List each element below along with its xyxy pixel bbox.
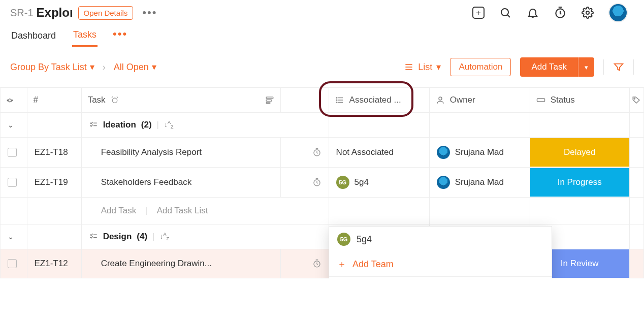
svg-rect-8 bbox=[266, 97, 273, 99]
tab-dashboard[interactable]: Dashboard bbox=[10, 25, 57, 46]
sort-icon[interactable]: ↓AZ bbox=[164, 120, 174, 130]
tag-icon[interactable] bbox=[632, 95, 641, 105]
group-name[interactable]: Ideation bbox=[103, 120, 136, 130]
row-checkbox[interactable] bbox=[8, 148, 17, 157]
dropdown-add-team[interactable]: ＋ Add Team bbox=[329, 252, 552, 276]
owner-name: Srujana Mad bbox=[455, 177, 504, 187]
add-task-button[interactable]: Add Task bbox=[520, 57, 578, 77]
svg-point-15 bbox=[336, 100, 337, 101]
dropdown-team-label: 5g4 bbox=[357, 234, 372, 245]
chevron-down-icon: ▾ bbox=[90, 61, 94, 73]
tab-tasks[interactable]: Tasks bbox=[72, 24, 98, 47]
column-header-status[interactable]: Status bbox=[530, 88, 629, 112]
row-checkbox[interactable] bbox=[8, 178, 17, 187]
column-header-associated[interactable]: Associated ... bbox=[329, 88, 429, 112]
open-details-button[interactable]: Open Details bbox=[78, 6, 134, 20]
row-checkbox[interactable] bbox=[8, 259, 17, 268]
task-id[interactable]: EZ1-T12 bbox=[27, 250, 81, 277]
search-icon[interactable] bbox=[499, 6, 512, 19]
dropdown-search-input[interactable] bbox=[329, 276, 552, 278]
column-header-status-label: Status bbox=[551, 95, 575, 105]
add-task-split-button[interactable]: ▾ bbox=[578, 57, 594, 77]
dropdown-add-team-label: Add Team bbox=[352, 259, 394, 270]
dropdown-team-item[interactable]: 5G 5g4 bbox=[329, 227, 552, 252]
group-collapse-toggle[interactable]: ⌄ bbox=[8, 121, 14, 129]
group-count: (4) bbox=[137, 232, 147, 242]
team-chip: 5G bbox=[337, 233, 350, 246]
svg-point-17 bbox=[439, 97, 442, 100]
add-task-list-inline[interactable]: Add Task List bbox=[157, 206, 208, 216]
task-id[interactable]: EZ1-T19 bbox=[27, 169, 81, 196]
svg-rect-18 bbox=[537, 99, 544, 102]
column-header-task[interactable]: Task bbox=[82, 88, 280, 112]
svg-point-7 bbox=[112, 98, 117, 103]
more-actions-icon[interactable]: ••• bbox=[142, 6, 157, 19]
column-header-owner-label: Owner bbox=[450, 95, 475, 105]
associated-cell[interactable]: Not Associated bbox=[329, 139, 429, 166]
plus-icon: ＋ bbox=[337, 258, 346, 270]
svg-rect-10 bbox=[266, 103, 270, 104]
tab-more-icon[interactable]: ••• bbox=[113, 27, 127, 44]
view-mode-dropdown[interactable]: List ▾ bbox=[404, 61, 441, 73]
status-icon bbox=[536, 97, 545, 104]
column-header-associated-label: Associated ... bbox=[349, 95, 401, 105]
timer-icon[interactable] bbox=[554, 6, 567, 19]
svg-point-0 bbox=[501, 9, 508, 16]
group-name[interactable]: Design bbox=[103, 232, 132, 242]
column-header-task-label: Task bbox=[88, 95, 106, 105]
status-cell[interactable]: Delayed bbox=[530, 138, 629, 167]
status-cell[interactable]: In Progress bbox=[530, 168, 629, 197]
svg-point-14 bbox=[336, 98, 337, 99]
associated-cell[interactable]: 5G 5g4 bbox=[329, 168, 429, 197]
scope-dropdown[interactable]: All Open ▾ bbox=[114, 61, 156, 73]
owner-cell[interactable]: Srujana Mad bbox=[430, 168, 530, 197]
user-avatar[interactable] bbox=[608, 3, 628, 22]
task-title[interactable]: Stakeholders Feedback bbox=[82, 169, 280, 196]
divider bbox=[633, 59, 634, 75]
sort-icon[interactable]: ↓AZ bbox=[160, 232, 170, 241]
task-title[interactable]: Create Engineering Drawin... bbox=[82, 250, 280, 277]
chevron-down-icon: ▾ bbox=[152, 61, 156, 73]
list-icon bbox=[335, 95, 344, 105]
task-id[interactable]: EZ1-T18 bbox=[27, 139, 81, 166]
breadcrumb-separator-icon: › bbox=[103, 62, 106, 73]
timer-icon[interactable] bbox=[312, 259, 321, 268]
gear-icon[interactable] bbox=[581, 6, 594, 19]
column-header-owner[interactable]: Owner bbox=[430, 88, 530, 112]
collapse-all-icon[interactable]: ︽︾ bbox=[7, 96, 14, 104]
add-task-inline[interactable]: Add Task bbox=[101, 206, 137, 216]
filter-icon[interactable] bbox=[613, 61, 624, 73]
owner-avatar bbox=[437, 146, 450, 159]
svg-line-1 bbox=[508, 15, 510, 18]
alarm-icon bbox=[111, 96, 119, 104]
project-key: SR-1 bbox=[10, 7, 34, 19]
timer-icon[interactable] bbox=[312, 178, 321, 187]
automation-button[interactable]: Automation bbox=[450, 58, 511, 76]
subtasks-icon[interactable] bbox=[265, 95, 274, 105]
list-view-icon bbox=[404, 62, 414, 72]
scope-label: All Open bbox=[114, 62, 149, 73]
view-mode-label: List bbox=[418, 62, 432, 73]
owner-cell[interactable]: Srujana Mad bbox=[430, 138, 530, 167]
svg-point-3 bbox=[586, 11, 589, 14]
task-list-icon bbox=[89, 232, 98, 241]
timer-icon[interactable] bbox=[312, 148, 321, 157]
person-icon bbox=[436, 95, 445, 105]
bell-icon[interactable] bbox=[526, 6, 539, 19]
project-title: Explor bbox=[37, 6, 72, 20]
task-title[interactable]: Feasibility Analysis Report bbox=[82, 139, 280, 166]
group-by-label: Group By Task List bbox=[10, 62, 87, 73]
svg-rect-9 bbox=[266, 100, 272, 101]
owner-name: Srujana Mad bbox=[455, 147, 504, 157]
group-by-dropdown[interactable]: Group By Task List ▾ bbox=[10, 61, 94, 73]
associated-teams-dropdown[interactable]: 5G 5g4 ＋ Add Team bbox=[329, 226, 552, 278]
team-chip: 5G bbox=[336, 176, 349, 189]
task-list-icon bbox=[89, 120, 98, 130]
add-icon[interactable]: ＋ bbox=[472, 7, 485, 19]
group-count: (2) bbox=[141, 120, 152, 130]
column-header-id[interactable]: # bbox=[27, 88, 81, 112]
svg-point-16 bbox=[336, 102, 337, 103]
svg-point-19 bbox=[634, 98, 635, 99]
group-collapse-toggle[interactable]: ⌄ bbox=[8, 233, 14, 241]
divider bbox=[603, 59, 604, 75]
